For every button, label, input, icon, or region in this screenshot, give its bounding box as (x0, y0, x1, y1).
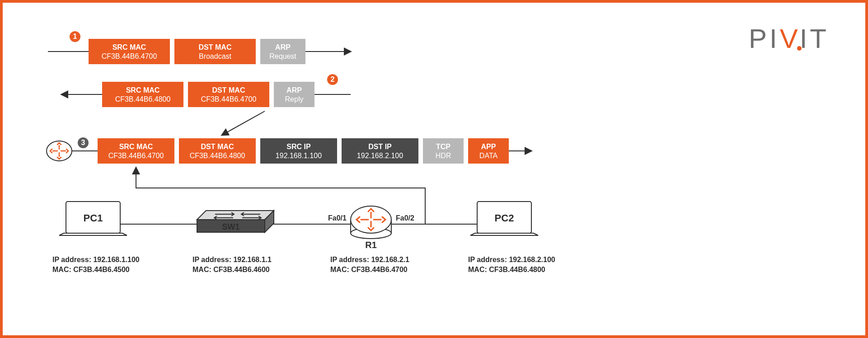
step-badge-2: 2 (331, 75, 335, 83)
packet-row-1: 1 SRC MAC CF3B.44B6.4700 DST MAC Broadca… (48, 31, 351, 64)
step-badge-3: 3 (81, 139, 85, 146)
packet-row-2: 2 SRC MAC CF3B.44B6.4800 DST MAC CF3B.44… (61, 74, 351, 107)
pc1-mac: MAC: CF3B.44B6.4500 (52, 266, 130, 273)
p1-dstmac-title: DST MAC (199, 43, 232, 51)
svg-rect-8 (274, 82, 314, 107)
svg-rect-20 (342, 138, 418, 164)
sw1-mac: MAC: CF3B.44B6.4600 (192, 266, 270, 273)
p1-srcmac-value: CF3B.44B6.4700 (102, 52, 157, 60)
step-badge-1: 1 (73, 33, 77, 40)
topology: PC1 IP address: 192.168.1.100 MAC: CF3B.… (52, 168, 555, 273)
iface-right: Fa0/2 (396, 214, 414, 222)
svg-rect-22 (468, 138, 509, 164)
svg-rect-2 (89, 39, 170, 64)
p3-srcip-title: SRC IP (286, 143, 311, 150)
svg-rect-21 (423, 138, 464, 164)
p3-tcp-value: HDR (436, 152, 451, 160)
p3-dstmac-value: CF3B.44B6.4800 (190, 152, 245, 160)
svg-rect-7 (188, 82, 269, 107)
p3-dstip-value: 192.168.2.100 (357, 152, 403, 160)
device-r1: R1 (351, 206, 391, 250)
p3-app-title: APP (481, 143, 496, 150)
device-sw1: SW1 (197, 211, 274, 232)
p2-dstmac-value: CF3B.44B6.4700 (201, 95, 257, 103)
pc1-ip: IP address: 192.168.1.100 (52, 256, 140, 263)
pc2-mac: MAC: CF3B.44B6.4800 (468, 266, 545, 273)
pc2-name: PC2 (495, 212, 514, 224)
device-pc1: PC1 (59, 202, 127, 235)
device-pc2: PC2 (470, 202, 538, 235)
p1-dstmac-value: Broadcast (199, 52, 232, 60)
p2-tail-value: Reply (285, 95, 304, 103)
svg-rect-6 (102, 82, 183, 107)
p3-tcp-title: TCP (436, 143, 450, 150)
p3-srcmac-title: SRC MAC (119, 143, 153, 150)
svg-rect-19 (260, 138, 337, 164)
pc1-name: PC1 (84, 212, 103, 224)
svg-rect-3 (174, 39, 256, 64)
r1-mac: MAC: CF3B.44B6.4700 (330, 266, 408, 273)
p2-dstmac-title: DST MAC (212, 86, 245, 94)
iface-left: Fa0/1 (328, 214, 347, 222)
sw1-ip: IP address: 192.168.1.1 (192, 256, 272, 263)
brand-logo: PIVIT (749, 25, 829, 52)
p3-srcmac-value: CF3B.44B6.4700 (108, 152, 164, 160)
p2-tail-title: ARP (286, 86, 302, 94)
p1-tail-value: Request (269, 52, 296, 60)
r1-ip: IP address: 192.168.2.1 (330, 256, 409, 263)
sw1-name: SW1 (222, 222, 239, 231)
p3-srcip-value: 192.168.1.100 (276, 152, 322, 160)
svg-rect-17 (98, 138, 174, 164)
p2-srcmac-title: SRC MAC (126, 86, 160, 94)
p3-app-value: DATA (479, 152, 498, 160)
p1-tail-title: ARP (275, 43, 291, 51)
diagram-canvas: 1 SRC MAC CF3B.44B6.4700 DST MAC Broadca… (30, 16, 843, 324)
p1-srcmac-title: SRC MAC (113, 43, 146, 51)
router-glyph-small (47, 141, 72, 161)
p2-srcmac-value: CF3B.44B6.4800 (115, 95, 171, 103)
r1-name: R1 (365, 240, 377, 250)
svg-rect-18 (179, 138, 256, 164)
connector-arrow-2to3 (222, 111, 265, 135)
pc2-ip: IP address: 192.168.2.100 (468, 256, 555, 263)
svg-rect-4 (260, 39, 305, 64)
p3-dstip-title: DST IP (368, 143, 392, 150)
p3-dstmac-title: DST MAC (201, 143, 234, 150)
packet-row-3: 3 SRC MAC CF3B.44B6.4700 DST MAC CF3B.44… (47, 137, 531, 164)
